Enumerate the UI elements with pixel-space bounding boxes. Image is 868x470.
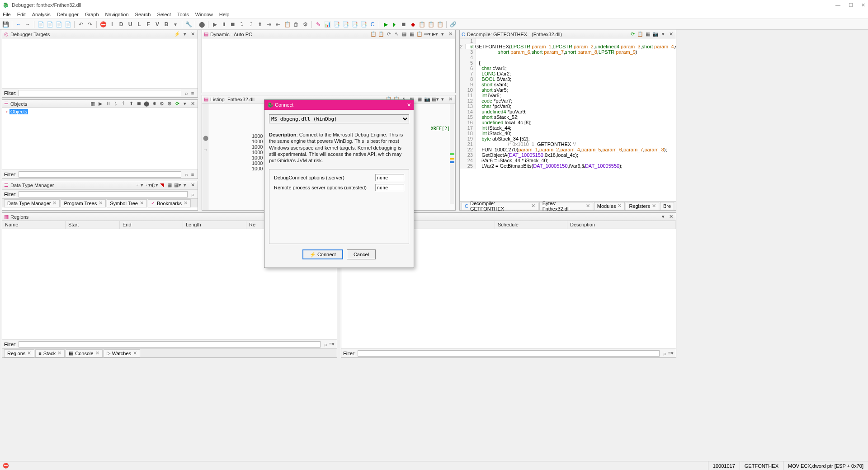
letter-v[interactable]: V [154,21,161,28]
letter-l[interactable]: L [136,21,143,28]
tab-regions[interactable]: Regions✕ [4,349,34,357]
close-icon[interactable]: ✕ [189,182,196,188]
tb-icon[interactable]: ⤴ [120,101,127,107]
tb-icon[interactable]: 📊 [324,21,331,28]
close-icon[interactable]: ✕ [668,214,674,220]
forward-icon[interactable]: → [24,21,31,28]
menu-help[interactable]: Help [219,12,230,17]
tab-close-icon[interactable]: ✕ [99,200,103,206]
tb-icon[interactable]: ⏹ [136,101,142,107]
filter-icon[interactable]: ⌕ [183,172,189,177]
tab-close-icon[interactable]: ✕ [140,200,144,206]
tree-root[interactable]: ◦ Objects [2,108,198,115]
tb-icon[interactable]: ⏸ [105,101,111,107]
dropdown-icon[interactable]: ▾ [182,101,188,107]
tb-icon[interactable]: 📋 [283,21,291,28]
tb-icon[interactable]: 🔗 [449,21,457,28]
tb-icon[interactable]: ▶▾ [432,31,438,37]
refresh-icon[interactable]: ⟳ [174,101,180,107]
tab-watches[interactable]: ▷Watches✕ [104,349,140,357]
tb-icon[interactable]: 📄 [46,21,53,28]
tab-registers[interactable]: Registers✕ [626,202,659,210]
filter-input[interactable] [358,350,660,357]
tab-symbol-tree[interactable]: Symbol Tree✕ [107,199,147,207]
letter-i[interactable]: I [108,21,116,28]
step-icon[interactable]: ⇤ [274,21,282,28]
filter-icon[interactable]: ⌕ [322,342,329,347]
step-icon[interactable]: ⤵ [238,21,245,28]
camera-icon[interactable]: 📷 [424,96,430,102]
step-icon[interactable]: ⇥ [265,21,273,28]
col-schedule[interactable]: Schedule [495,221,567,229]
filter-input[interactable] [19,171,182,178]
tb-icon[interactable]: ⚙ [159,101,165,107]
filter-opts-icon[interactable]: ≡▾ [329,341,335,347]
tb-icon[interactable]: 📄 [37,21,44,28]
filter-input[interactable] [19,90,182,96]
tb-icon[interactable]: ◆ [409,21,416,28]
back-icon[interactable]: ← [15,21,22,28]
tb-icon[interactable]: ▦▾ [174,182,180,188]
tb-icon[interactable]: ▦ [416,96,423,102]
tb-icon[interactable]: ▦ [166,182,173,188]
dropdown-icon[interactable]: ▾ [660,31,666,37]
undo-icon[interactable]: ↶ [77,21,85,28]
tab-close-icon[interactable]: ✕ [52,200,57,206]
close-icon[interactable]: ✕ [447,96,453,102]
dropdown-icon[interactable]: ▾ [182,31,188,37]
paste-icon[interactable]: 📋 [378,31,384,37]
tb-icon[interactable]: 📑 [360,21,367,28]
copy-icon[interactable]: 📋 [637,31,643,37]
menu-window[interactable]: Window [195,12,213,17]
cursor-icon[interactable]: ↖ [393,31,400,37]
filter-input[interactable] [19,341,321,348]
tb-icon[interactable]: ◐▾ [151,182,157,188]
menu-select[interactable]: Select [157,12,171,17]
tab-bytes[interactable]: Bytes: Fnthex32.dll✕ [539,202,593,210]
close-icon[interactable]: ✕ [189,101,196,107]
close-icon[interactable]: ✕ [668,31,674,37]
dropdown-icon[interactable]: ▾ [439,31,446,37]
menu-edit[interactable]: Edit [17,12,26,17]
col-length[interactable]: Length [183,221,246,229]
filter-input[interactable] [19,191,188,197]
step-over-icon[interactable]: ⤴ [247,21,255,28]
decompile-code[interactable]: 12int GETFONTHEX(LPCSTR param_1,LPCSTR p… [460,38,676,201]
letter-b[interactable]: B [163,21,170,28]
tb-icon[interactable]: ▦ [401,31,407,37]
tb-icon[interactable]: 📄 [64,21,71,28]
redo-icon[interactable]: ↷ [86,21,94,28]
tb-icon[interactable]: 📑 [351,21,358,28]
stop-icon[interactable]: ⛔ [99,21,107,28]
dialog-close-icon[interactable]: ✕ [407,102,411,108]
letter-f[interactable]: F [145,21,152,28]
tb-icon[interactable]: ▦ [645,31,651,37]
tb-icon[interactable]: 🗑 [292,21,300,28]
tb-icon[interactable]: ✱ [151,101,157,107]
menu-file[interactable]: File [3,12,11,17]
tab-dtm[interactable]: Data Type Manager✕ [4,199,60,207]
minimize-button[interactable]: — [835,2,840,8]
play-icon[interactable]: ▶ [211,21,218,28]
letter-d[interactable]: D [118,21,125,28]
tab-decompile[interactable]: CDecompile: GETFONTHEX✕ [462,202,538,210]
forward-icon[interactable]: →▾ [143,182,150,188]
col-name[interactable]: Name [2,221,66,229]
tb-icon[interactable]: ▶ [97,101,104,107]
record-icon[interactable]: ⬤ [198,21,205,28]
filter-icon[interactable]: ⌕ [189,192,196,197]
tab-close-icon[interactable]: ✕ [184,200,188,206]
tab-stack[interactable]: ≡Stack✕ [35,349,65,357]
tb-icon[interactable]: ▦ [409,31,415,37]
connect-icon[interactable]: ⚡ [174,31,180,37]
back-icon[interactable]: ←▾ [136,182,142,188]
opt1-input[interactable] [375,174,404,181]
tb-icon[interactable]: 📄 [55,21,62,28]
pause-icon[interactable]: ⏸ [220,21,227,28]
save-icon[interactable]: 💾 [2,21,9,28]
filter-opts-icon[interactable]: ≡ [189,90,196,96]
tb-icon[interactable]: C [369,21,376,28]
connector-select[interactable]: MS dbgeng.dll (WinDbg) [269,114,409,123]
menu-graph[interactable]: Graph [85,12,99,17]
tb-icon[interactable]: 📋 [427,21,434,28]
